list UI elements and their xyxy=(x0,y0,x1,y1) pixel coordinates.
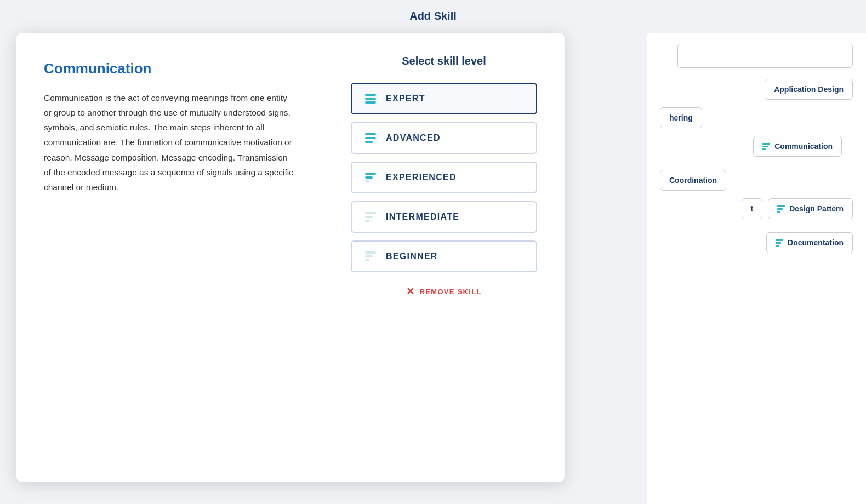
remove-skill-label: REMOVE SKILL xyxy=(420,288,482,296)
search-input[interactable] xyxy=(677,44,853,68)
gathering-label: hering xyxy=(669,113,693,122)
remove-skill-button[interactable]: ✕ REMOVE SKILL xyxy=(406,285,481,297)
intermediate-icon xyxy=(365,212,376,222)
skill-description: Communication is the act of conveying me… xyxy=(44,90,295,194)
skill-tag-communication[interactable]: Communication xyxy=(753,136,842,157)
skill-info-panel: Communication Communication is the act o… xyxy=(16,33,323,482)
advanced-icon xyxy=(365,133,376,143)
skill-tag-coordination[interactable]: Coordination xyxy=(660,170,726,191)
communication-label: Communication xyxy=(774,142,833,151)
remove-icon: ✕ xyxy=(406,285,415,297)
skill-level-panel: Select skill level EXPERT ADVANCED xyxy=(323,33,565,482)
communication-skill-icon xyxy=(762,143,770,150)
level-btn-advanced[interactable]: ADVANCED xyxy=(351,122,537,154)
skill-tag-gathering[interactable]: hering xyxy=(660,107,702,128)
add-skill-modal: Communication Communication is the act o… xyxy=(16,33,565,482)
design-pattern-label: Design Pattern xyxy=(789,204,844,213)
level-btn-intermediate[interactable]: INTERMEDIATE xyxy=(351,201,537,233)
level-btn-beginner[interactable]: BEGINNER xyxy=(351,240,537,272)
application-design-label: Application Design xyxy=(774,85,844,94)
skill-tag-application-design[interactable]: Application Design xyxy=(765,79,853,100)
design-pattern-skill-icon xyxy=(777,205,785,213)
expert-icon xyxy=(365,94,376,104)
intermediate-label: INTERMEDIATE xyxy=(386,212,459,222)
documentation-label: Documentation xyxy=(788,238,844,247)
skill-tag-partial[interactable]: t xyxy=(742,198,763,219)
level-buttons-container: EXPERT ADVANCED EXPERIENCED xyxy=(351,83,537,272)
level-btn-expert[interactable]: EXPERT xyxy=(351,83,537,114)
advanced-label: ADVANCED xyxy=(386,133,441,143)
page-title: Add Skill xyxy=(409,10,457,22)
skill-name-heading: Communication xyxy=(44,60,295,77)
background-skills-panel: Application Design hering Communication … xyxy=(647,33,866,504)
beginner-icon xyxy=(365,251,376,261)
skill-tag-documentation[interactable]: Documentation xyxy=(766,232,853,253)
expert-label: EXPERT xyxy=(386,94,425,104)
coordination-label: Coordination xyxy=(669,176,717,185)
select-level-title: Select skill level xyxy=(402,55,486,67)
skill-tag-design-pattern[interactable]: Design Pattern xyxy=(768,198,853,219)
experienced-icon xyxy=(365,173,376,182)
documentation-skill-icon xyxy=(776,239,783,247)
experienced-label: EXPERIENCED xyxy=(386,173,457,182)
beginner-label: BEGINNER xyxy=(386,251,438,261)
level-btn-experienced[interactable]: EXPERIENCED xyxy=(351,162,537,193)
